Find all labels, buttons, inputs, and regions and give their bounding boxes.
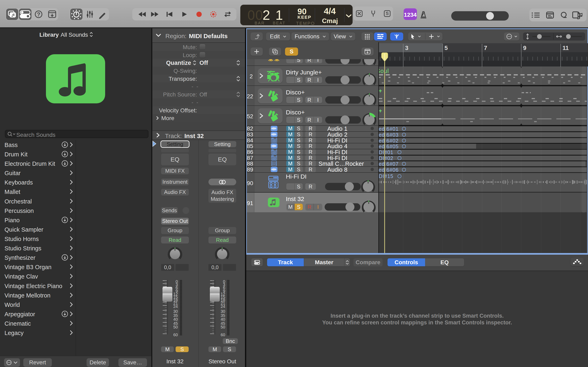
svg-text:S: S bbox=[386, 11, 389, 16]
svg-text:?: ? bbox=[37, 11, 40, 17]
